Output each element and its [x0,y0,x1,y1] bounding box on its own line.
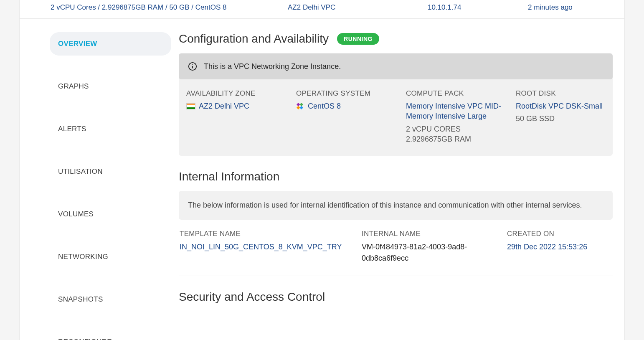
root-disk-label: ROOT DISK [516,89,605,98]
content-panel: Configuration and Availability RUNNING T… [175,32,613,340]
internal-name-block: INTERNAL NAME VM-0f484973-81a2-4003-9ad8… [362,230,497,264]
sidebar-item-graphs[interactable]: GRAPHS [50,75,171,98]
sidebar-item-networking[interactable]: NETWORKING [50,245,171,269]
svg-point-2 [192,64,193,65]
svg-rect-3 [297,103,300,106]
instance-ip-link[interactable]: 10.10.1.74 [428,3,528,12]
status-badge: RUNNING [337,33,379,45]
info-icon [188,62,197,71]
internal-section-title: Internal Information [179,170,613,183]
centos-icon [296,102,304,110]
root-disk-value[interactable]: RootDisk VPC DSK-Small [516,101,605,111]
instance-zone-link[interactable]: AZ2 Delhi VPC [288,3,428,12]
availability-zone-text: AZ2 Delhi VPC [199,102,249,110]
sidebar: OVERVIEW GRAPHS ALERTS UTILISATION VOLUM… [23,32,175,340]
operating-system-value[interactable]: CentOS 8 [296,101,403,111]
svg-rect-5 [297,106,300,109]
availability-zone-value[interactable]: AZ2 Delhi VPC [186,101,293,111]
sidebar-item-reconfigure[interactable]: RECONFIGURE [50,330,171,340]
compute-pack-label: COMPUTE PACK [406,89,512,98]
page-wrapper: 2 vCPU Cores / 2.9296875GB RAM / 50 GB /… [19,0,625,340]
svg-rect-6 [300,106,303,109]
template-name-block: TEMPLATE NAME IN_NOI_LIN_50G_CENTOS_8_KV… [180,230,352,264]
created-on-block: CREATED ON 29th Dec 2022 15:53:26 [507,230,612,264]
template-name-label: TEMPLATE NAME [180,230,352,238]
compute-pack-value[interactable]: Memory Intensive VPC MID-Memory Intensiv… [406,101,512,122]
sidebar-item-volumes[interactable]: VOLUMES [50,203,171,226]
spec-grid: AVAILABILITY ZONE AZ2 Delhi VPC OPERATIN… [179,89,613,144]
vpc-notice-text: This is a VPC Networking Zone Instance. [204,62,341,71]
internal-name-label: INTERNAL NAME [362,230,497,238]
config-section-title: Configuration and Availability [179,32,329,46]
security-section-title: Security and Access Control [179,290,613,304]
sidebar-item-alerts[interactable]: ALERTS [50,117,171,141]
root-disk-size: 50 GB SSD [516,114,605,124]
availability-zone-block: AVAILABILITY ZONE AZ2 Delhi VPC [186,89,293,144]
instance-spec-link[interactable]: 2 vCPU Cores / 2.9296875GB RAM / 50 GB /… [51,3,288,12]
operating-system-block: OPERATING SYSTEM CentOS 8 [296,89,403,144]
operating-system-label: OPERATING SYSTEM [296,89,403,98]
created-on-label: CREATED ON [507,230,612,238]
compute-pack-ram: 2.9296875GB RAM [406,134,512,144]
india-flag-icon [186,103,195,109]
config-card: This is a VPC Networking Zone Instance. … [179,53,613,156]
template-name-value[interactable]: IN_NOI_LIN_50G_CENTOS_8_KVM_VPC_TRY [180,241,352,253]
created-on-value[interactable]: 29th Dec 2022 15:53:26 [507,241,612,253]
instance-age-link[interactable]: 2 minutes ago [528,3,593,12]
internal-banner: The below information is used for intern… [179,191,613,220]
vpc-notice: This is a VPC Networking Zone Instance. [179,53,613,79]
availability-zone-label: AVAILABILITY ZONE [186,89,293,98]
sidebar-item-overview[interactable]: OVERVIEW [50,32,171,56]
internal-grid: TEMPLATE NAME IN_NOI_LIN_50G_CENTOS_8_KV… [179,230,613,276]
config-section-header: Configuration and Availability RUNNING [179,32,613,46]
compute-pack-block: COMPUTE PACK Memory Intensive VPC MID-Me… [406,89,512,144]
internal-name-value: VM-0f484973-81a2-4003-9ad8-0db8ca6f9ecc [362,241,497,264]
instance-summary-row: 2 vCPU Cores / 2.9296875GB RAM / 50 GB /… [20,0,624,19]
sidebar-item-utilisation[interactable]: UTILISATION [50,160,171,183]
svg-rect-4 [300,103,303,106]
compute-pack-cores: 2 vCPU CORES [406,124,512,134]
operating-system-text: CentOS 8 [308,102,341,110]
main-area: OVERVIEW GRAPHS ALERTS UTILISATION VOLUM… [20,19,624,340]
sidebar-item-snapshots[interactable]: SNAPSHOTS [50,288,171,311]
root-disk-block: ROOT DISK RootDisk VPC DSK-Small 50 GB S… [516,89,605,144]
